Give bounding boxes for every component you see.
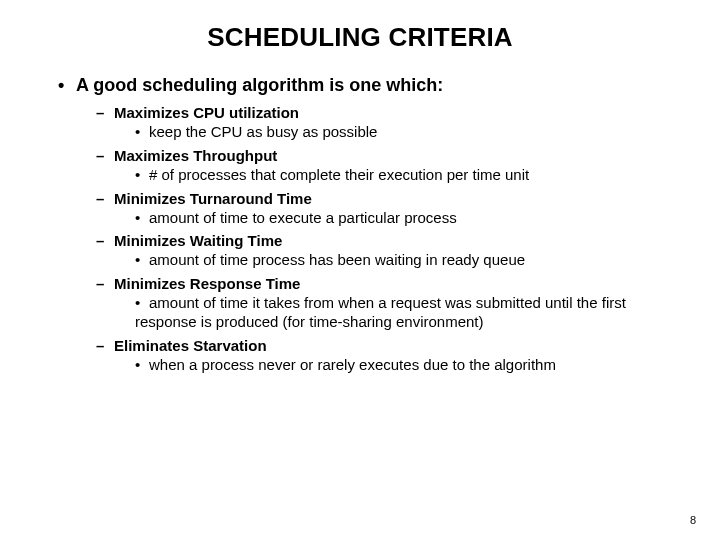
criterion-detail: •amount of time it takes from when a req… — [135, 294, 680, 332]
bullet-dot-icon: • — [58, 75, 76, 96]
criterion-heading: –Maximizes Throughput — [96, 147, 680, 164]
criterion-heading: –Minimizes Waiting Time — [96, 232, 680, 249]
criterion-detail: •when a process never or rarely executes… — [135, 356, 680, 375]
criterion-detail-text: when a process never or rarely executes … — [149, 356, 556, 373]
bullet-dash-icon: – — [96, 104, 114, 121]
criterion-detail: •amount of time to execute a particular … — [135, 209, 680, 228]
criterion-detail: •amount of time process has been waiting… — [135, 251, 680, 270]
bullet-dash-icon: – — [96, 275, 114, 292]
criterion-heading-text: Minimizes Turnaround Time — [114, 190, 312, 207]
lead-line: •A good scheduling algorithm is one whic… — [58, 75, 680, 96]
bullet-dot-icon: • — [135, 251, 149, 270]
criterion-detail-text: amount of time it takes from when a requ… — [135, 294, 626, 330]
criterion-heading: –Minimizes Response Time — [96, 275, 680, 292]
bullet-dot-icon: • — [135, 356, 149, 375]
criterion-heading: –Minimizes Turnaround Time — [96, 190, 680, 207]
criterion-detail: •keep the CPU as busy as possible — [135, 123, 680, 142]
criterion-heading: –Eliminates Starvation — [96, 337, 680, 354]
bullet-dot-icon: • — [135, 166, 149, 185]
bullet-dash-icon: – — [96, 147, 114, 164]
criterion-detail-text: keep the CPU as busy as possible — [149, 123, 377, 140]
criterion-heading-text: Maximizes CPU utilization — [114, 104, 299, 121]
criterion-detail-text: amount of time process has been waiting … — [149, 251, 525, 268]
lead-text: A good scheduling algorithm is one which… — [76, 75, 443, 95]
bullet-dash-icon: – — [96, 190, 114, 207]
criterion-heading-text: Eliminates Starvation — [114, 337, 267, 354]
bullet-dot-icon: • — [135, 209, 149, 228]
page-title: SCHEDULING CRITERIA — [40, 22, 680, 53]
criterion-detail-text: amount of time to execute a particular p… — [149, 209, 457, 226]
bullet-dot-icon: • — [135, 123, 149, 142]
criterion-detail-text: # of processes that complete their execu… — [149, 166, 529, 183]
bullet-dot-icon: • — [135, 294, 149, 313]
bullet-dash-icon: – — [96, 337, 114, 354]
criterion-heading-text: Minimizes Response Time — [114, 275, 300, 292]
slide: SCHEDULING CRITERIA •A good scheduling a… — [0, 0, 720, 540]
criterion-heading: –Maximizes CPU utilization — [96, 104, 680, 121]
page-number: 8 — [690, 514, 696, 526]
criterion-detail: •# of processes that complete their exec… — [135, 166, 680, 185]
criterion-heading-text: Minimizes Waiting Time — [114, 232, 282, 249]
criterion-heading-text: Maximizes Throughput — [114, 147, 277, 164]
bullet-dash-icon: – — [96, 232, 114, 249]
